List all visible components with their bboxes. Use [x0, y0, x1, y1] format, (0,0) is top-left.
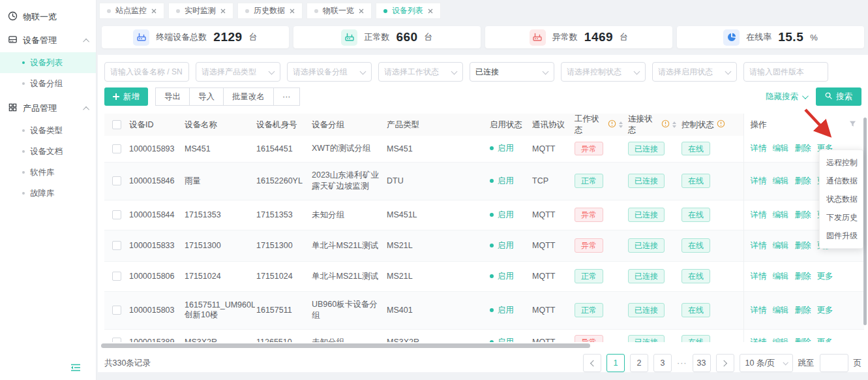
detail-link[interactable]: 详情	[751, 144, 767, 153]
firmware-version-input[interactable]	[743, 62, 828, 82]
menu-item-remote-control[interactable]: 远程控制	[820, 153, 863, 172]
menu-item-status-data[interactable]: 状态数据	[820, 190, 863, 208]
table-row[interactable]: 1000015846 雨量 16152260YL 2023山东港利矿业露天矿边坡…	[104, 162, 864, 200]
edit-link[interactable]: 编辑	[773, 272, 789, 281]
edit-link[interactable]: 编辑	[773, 144, 789, 153]
sort-icon[interactable]	[619, 121, 623, 128]
tab-device-list[interactable]: 设备列表	[376, 3, 441, 19]
sidebar-item-device-list[interactable]: 设备列表	[0, 52, 96, 73]
page-size-select[interactable]: 10 条/页	[740, 354, 793, 372]
row-checkbox[interactable]	[112, 306, 121, 315]
sidebar-item-fault-lib[interactable]: 故障库	[0, 183, 96, 204]
delete-link[interactable]: 删除	[795, 272, 811, 281]
batch-rename-button[interactable]: 批量改名	[223, 87, 274, 106]
table-row[interactable]: 1000015806 17151024 17151024 单北斗MS21L测试 …	[104, 261, 864, 291]
collapse-sidebar-icon[interactable]	[70, 363, 81, 375]
info-icon[interactable]	[608, 119, 616, 130]
delete-link[interactable]: 删除	[795, 210, 811, 219]
delete-link[interactable]: 删除	[795, 144, 811, 153]
detail-link[interactable]: 详情	[751, 272, 767, 281]
more-pages-ellipsis[interactable]: ···	[677, 358, 687, 368]
detail-link[interactable]: 详情	[751, 338, 767, 343]
sidebar-item-software-lib[interactable]: 软件库	[0, 162, 96, 183]
sidebar-item-overview[interactable]: 物联一览	[0, 5, 96, 29]
device-name-sn-input[interactable]	[104, 62, 189, 82]
filter-funnel-icon[interactable]	[849, 120, 856, 129]
edit-link[interactable]: 编辑	[773, 306, 789, 315]
delete-link[interactable]: 删除	[795, 241, 811, 250]
tab-site-monitor[interactable]: 站点监控	[99, 3, 164, 19]
detail-link[interactable]: 详情	[751, 210, 767, 219]
vertical-scrollbar[interactable]	[863, 118, 867, 325]
cell-device-group: 未知分组	[310, 329, 385, 342]
more-link[interactable]: 更多	[817, 272, 833, 281]
tab-history-data[interactable]: 历史数据	[237, 3, 303, 19]
table-row[interactable]: 1000015389 MS3X2R 11265510 未知分组 MS3X2R 启…	[104, 329, 864, 342]
add-button[interactable]: 新增	[104, 87, 148, 106]
cell-device-serial: 16152260YL	[255, 162, 310, 200]
page-button-33[interactable]: 33	[693, 354, 711, 372]
delete-link[interactable]: 删除	[795, 176, 811, 185]
more-link[interactable]: 更多	[817, 338, 833, 343]
close-icon[interactable]	[220, 8, 226, 14]
close-icon[interactable]	[151, 8, 157, 14]
menu-item-firmware-upgrade[interactable]: 固件升级	[820, 227, 863, 245]
delete-link[interactable]: 删除	[795, 306, 811, 315]
sidebar-item-product-mgmt[interactable]: 产品管理	[0, 97, 96, 120]
menu-item-comm-data[interactable]: 通信数据	[820, 172, 863, 190]
horizontal-scrollbar[interactable]	[101, 343, 858, 348]
row-checkbox[interactable]	[112, 272, 121, 281]
page-button-3[interactable]: 3	[653, 354, 672, 372]
sidebar-item-device-mgmt[interactable]: 设备管理	[0, 29, 96, 52]
edit-link[interactable]: 编辑	[773, 176, 789, 185]
work-state-select[interactable]	[378, 62, 463, 82]
import-button[interactable]: 导入	[189, 87, 224, 106]
table-row[interactable]: 1000015844 17151353 17151353 未知分组 MS451L…	[104, 200, 864, 230]
row-checkbox[interactable]	[112, 210, 121, 219]
detail-link[interactable]: 详情	[751, 241, 767, 250]
menu-item-send-history[interactable]: 下发历史	[820, 208, 863, 227]
control-state-select[interactable]	[561, 62, 646, 82]
edit-link[interactable]: 编辑	[773, 241, 789, 250]
info-icon[interactable]	[717, 119, 725, 130]
edit-link[interactable]: 编辑	[773, 210, 789, 219]
product-type-select[interactable]	[196, 62, 280, 82]
jump-page-input[interactable]	[820, 354, 848, 372]
sidebar-item-device-doc[interactable]: 设备文档	[0, 141, 96, 162]
detail-link[interactable]: 详情	[751, 306, 767, 315]
hide-search-toggle[interactable]: 隐藏搜索	[766, 91, 807, 103]
sidebar-item-device-group[interactable]: 设备分组	[0, 73, 96, 94]
prev-page-button[interactable]	[583, 354, 601, 372]
enable-state-select[interactable]	[652, 62, 737, 82]
row-checkbox[interactable]	[112, 338, 121, 342]
table-row[interactable]: 1000015833 17151300 17151300 单北斗MS21L测试 …	[104, 230, 864, 261]
table-row[interactable]: 1000015803 16157511_UM960L创新10楼 16157511…	[104, 291, 864, 329]
row-checkbox[interactable]	[112, 241, 121, 250]
edit-link[interactable]: 编辑	[773, 338, 789, 343]
detail-link[interactable]: 详情	[751, 176, 767, 185]
info-icon[interactable]	[661, 119, 670, 130]
sidebar-item-device-type[interactable]: 设备类型	[0, 120, 96, 141]
work-status-badge: 异常	[575, 208, 603, 221]
table-row[interactable]: 1000015893 MS451 16154451 XWT的测试分组 MS451…	[104, 136, 864, 162]
close-icon[interactable]	[290, 8, 295, 14]
scrollbar-thumb[interactable]	[101, 343, 590, 348]
page-button-2[interactable]: 2	[630, 354, 648, 372]
tab-realtime-monitor[interactable]: 实时监测	[168, 3, 233, 19]
conn-state-select[interactable]	[470, 62, 554, 82]
close-icon[interactable]	[359, 8, 364, 14]
row-checkbox[interactable]	[112, 144, 121, 153]
search-button[interactable]: 搜索	[816, 87, 861, 106]
sort-icon[interactable]	[672, 121, 676, 128]
select-all-checkbox[interactable]	[112, 120, 121, 129]
more-link[interactable]: 更多	[817, 306, 833, 315]
close-icon[interactable]	[428, 8, 433, 14]
export-button[interactable]: 导出	[155, 87, 190, 106]
row-checkbox[interactable]	[112, 176, 121, 185]
page-button-1[interactable]: 1	[606, 354, 625, 372]
more-actions-button[interactable]: ···	[273, 87, 300, 106]
delete-link[interactable]: 删除	[795, 338, 811, 343]
tab-iot-overview[interactable]: 物联一览	[307, 3, 372, 19]
next-page-button[interactable]	[716, 354, 734, 372]
device-group-select[interactable]	[287, 62, 372, 82]
